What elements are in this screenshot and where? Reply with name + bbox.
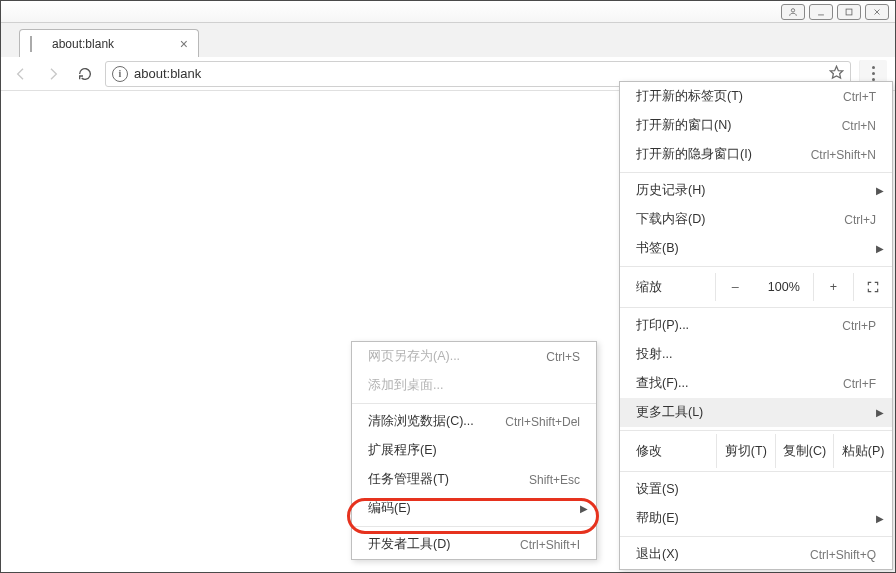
menu-new-incognito[interactable]: 打开新的隐身窗口(I)Ctrl+Shift+N — [620, 140, 892, 169]
menu-history[interactable]: 历史记录(H)▶ — [620, 176, 892, 205]
menu-separator — [620, 536, 892, 537]
menu-find[interactable]: 查找(F)...Ctrl+F — [620, 369, 892, 398]
close-window-button[interactable] — [865, 4, 889, 20]
svg-rect-2 — [846, 9, 852, 15]
menu-separator — [620, 471, 892, 472]
submenu-encoding[interactable]: 编码(E)▶ — [352, 494, 596, 523]
forward-button[interactable] — [41, 62, 65, 86]
browser-tab[interactable]: about:blank × — [19, 29, 199, 57]
chevron-right-icon: ▶ — [876, 407, 884, 418]
os-titlebar — [1, 1, 895, 23]
minimize-button[interactable] — [809, 4, 833, 20]
menu-new-window[interactable]: 打开新的窗口(N)Ctrl+N — [620, 111, 892, 140]
url-text: about:blank — [134, 66, 823, 81]
menu-edit-row: 修改 剪切(T) 复制(C) 粘贴(P) — [620, 434, 892, 468]
edit-copy[interactable]: 复制(C) — [775, 434, 834, 468]
menu-separator — [620, 172, 892, 173]
menu-cast[interactable]: 投射... — [620, 340, 892, 369]
menu-settings[interactable]: 设置(S) — [620, 475, 892, 504]
submenu-save-as[interactable]: 网页另存为(A)...Ctrl+S — [352, 342, 596, 371]
bookmark-star-icon[interactable] — [829, 65, 844, 83]
more-tools-submenu: 网页另存为(A)...Ctrl+S 添加到桌面... 清除浏览数据(C)...C… — [351, 341, 597, 560]
menu-separator — [352, 526, 596, 527]
menu-separator — [352, 403, 596, 404]
zoom-in-button[interactable]: + — [813, 273, 852, 301]
chevron-right-icon: ▶ — [876, 513, 884, 524]
tab-title: about:blank — [52, 37, 114, 51]
close-tab-icon[interactable]: × — [180, 37, 188, 51]
submenu-add-desktop[interactable]: 添加到桌面... — [352, 371, 596, 400]
submenu-extensions[interactable]: 扩展程序(E) — [352, 436, 596, 465]
submenu-clear-data[interactable]: 清除浏览数据(C)...Ctrl+Shift+Del — [352, 407, 596, 436]
browser-window: about:blank × i about:blank 打开新的标签页(T)Ct… — [0, 0, 896, 573]
menu-separator — [620, 307, 892, 308]
menu-new-tab[interactable]: 打开新的标签页(T)Ctrl+T — [620, 82, 892, 111]
tab-strip: about:blank × — [1, 23, 895, 57]
submenu-task-manager[interactable]: 任务管理器(T)Shift+Esc — [352, 465, 596, 494]
chevron-right-icon: ▶ — [876, 185, 884, 196]
back-button[interactable] — [9, 62, 33, 86]
menu-exit[interactable]: 退出(X)Ctrl+Shift+Q — [620, 540, 892, 569]
fullscreen-button[interactable] — [853, 273, 892, 301]
edit-label: 修改 — [620, 443, 716, 460]
menu-downloads[interactable]: 下载内容(D)Ctrl+J — [620, 205, 892, 234]
menu-more-tools[interactable]: 更多工具(L)▶ — [620, 398, 892, 427]
svg-marker-5 — [830, 66, 843, 78]
menu-help[interactable]: 帮助(E)▶ — [620, 504, 892, 533]
reload-button[interactable] — [73, 62, 97, 86]
site-info-icon[interactable]: i — [112, 66, 128, 82]
menu-separator — [620, 430, 892, 431]
menu-print[interactable]: 打印(P)...Ctrl+P — [620, 311, 892, 340]
maximize-button[interactable] — [837, 4, 861, 20]
chevron-right-icon: ▶ — [876, 243, 884, 254]
menu-bookmarks[interactable]: 书签(B)▶ — [620, 234, 892, 263]
svg-point-0 — [791, 8, 794, 11]
edit-paste[interactable]: 粘贴(P) — [833, 434, 892, 468]
zoom-label: 缩放 — [620, 279, 715, 296]
edit-cut[interactable]: 剪切(T) — [716, 434, 775, 468]
zoom-value: 100% — [754, 280, 813, 294]
main-menu: 打开新的标签页(T)Ctrl+T 打开新的窗口(N)Ctrl+N 打开新的隐身窗… — [619, 81, 893, 570]
submenu-dev-tools[interactable]: 开发者工具(D)Ctrl+Shift+I — [352, 530, 596, 559]
user-icon[interactable] — [781, 4, 805, 20]
chevron-right-icon: ▶ — [580, 503, 588, 514]
zoom-out-button[interactable]: – — [715, 273, 754, 301]
menu-zoom-row: 缩放 – 100% + — [620, 270, 892, 304]
page-favicon — [30, 37, 44, 51]
menu-separator — [620, 266, 892, 267]
